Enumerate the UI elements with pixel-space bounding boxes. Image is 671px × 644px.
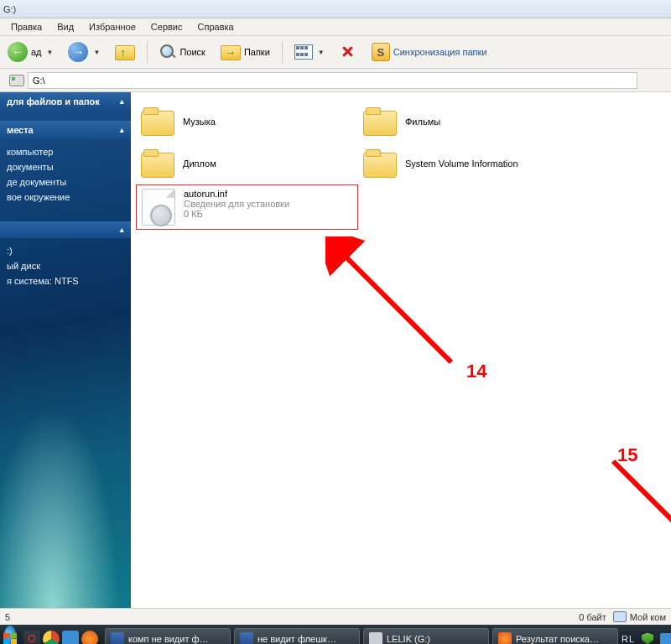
views-button[interactable]: ▼ bbox=[289, 41, 330, 63]
folder-name: Фильмы bbox=[405, 117, 440, 127]
window-title: G:) bbox=[3, 4, 16, 14]
delete-icon bbox=[340, 44, 356, 60]
word-icon bbox=[111, 632, 124, 645]
folder-name: Диплом bbox=[183, 158, 216, 169]
word-icon bbox=[240, 632, 253, 645]
sidebar-link-shared[interactable]: де документы bbox=[7, 174, 126, 190]
search-button[interactable]: Поиск bbox=[153, 40, 211, 64]
folders-icon bbox=[221, 44, 241, 60]
firefox-icon bbox=[498, 632, 512, 645]
separator bbox=[147, 41, 148, 63]
taskbar-button[interactable]: не видит флешк… bbox=[234, 628, 360, 645]
title-bar: G:) bbox=[0, 0, 671, 18]
folder-item[interactable]: Диплом bbox=[136, 143, 358, 184]
file-meta: autorun.inf Сведения для установки 0 КБ bbox=[184, 189, 289, 226]
sync-icon: S bbox=[372, 43, 390, 61]
status-objects: 5 bbox=[5, 612, 10, 622]
inf-file-icon bbox=[142, 189, 175, 226]
menu-favorites[interactable]: Избранное bbox=[81, 19, 143, 34]
taskbar-label: Результат поиска… bbox=[516, 634, 599, 644]
system-tray: RL bbox=[622, 633, 671, 645]
file-desc: Сведения для установки bbox=[184, 199, 289, 209]
tray-shield-icon[interactable] bbox=[642, 633, 653, 645]
toolbar: ← ад ▼ → ▼ Поиск Папки ▼ S Синхронизация… bbox=[0, 36, 671, 69]
folder-icon bbox=[363, 107, 397, 136]
sync-label: Синхронизация папки bbox=[393, 47, 487, 57]
places-title: места bbox=[7, 125, 34, 135]
file-view[interactable]: Музыка Фильмы Диплом System Volume Infor… bbox=[131, 92, 671, 608]
ql-show-desktop-icon[interactable] bbox=[62, 631, 79, 645]
folder-icon bbox=[363, 149, 397, 178]
chevron-down-icon: ▼ bbox=[47, 49, 54, 56]
annotation-label-14: 14 bbox=[466, 361, 486, 382]
annotation-arrow-14 bbox=[325, 236, 460, 371]
details-body: :) ый диск я система: NTFS bbox=[0, 238, 131, 297]
detail-drive: :) bbox=[7, 243, 126, 258]
quick-launch: O bbox=[23, 631, 98, 645]
views-icon bbox=[294, 44, 313, 60]
folder-name: Музыка bbox=[183, 117, 216, 127]
menu-view[interactable]: Вид bbox=[49, 19, 81, 34]
chevron-up-icon: ▴ bbox=[120, 126, 124, 134]
forward-button[interactable]: → ▼ bbox=[62, 39, 106, 65]
menu-edit[interactable]: Правка bbox=[3, 19, 49, 34]
taskbar-label: LELIK (G:) bbox=[387, 634, 430, 644]
forward-arrow-icon: → bbox=[68, 42, 88, 62]
details-header[interactable]: ▴ bbox=[0, 221, 131, 238]
detail-type: ый диск bbox=[7, 258, 126, 273]
ql-opera-icon[interactable]: O bbox=[23, 631, 40, 645]
chevron-up-icon: ▴ bbox=[120, 226, 124, 234]
language-indicator[interactable]: RL bbox=[622, 634, 635, 644]
chevron-down-icon: ▼ bbox=[93, 49, 100, 56]
ql-firefox-icon[interactable] bbox=[81, 631, 98, 645]
svg-line-0 bbox=[341, 252, 451, 362]
computer-icon bbox=[613, 611, 627, 622]
folder-item[interactable]: Музыка bbox=[136, 101, 358, 143]
drive-icon bbox=[369, 632, 382, 645]
search-label: Поиск bbox=[179, 47, 205, 57]
address-input[interactable] bbox=[28, 72, 637, 89]
start-button[interactable] bbox=[3, 626, 17, 645]
back-arrow-icon: ← bbox=[8, 42, 28, 62]
taskbar-label: комп не видит ф… bbox=[128, 634, 209, 644]
tasks-header[interactable]: для файлов и папок ▴ bbox=[0, 92, 131, 111]
sidebar-link-computer[interactable]: компьютер bbox=[7, 144, 126, 159]
chevron-up-icon: ▴ bbox=[120, 97, 124, 106]
annotation-label-15: 15 bbox=[617, 444, 637, 466]
taskbar-button[interactable]: LELIK (G:) bbox=[363, 628, 489, 645]
tasks-title: для файлов и папок bbox=[7, 96, 100, 106]
tray-network-icon[interactable] bbox=[660, 633, 671, 645]
folder-icon bbox=[141, 149, 174, 178]
address-bar bbox=[0, 69, 671, 92]
ql-chrome-icon[interactable] bbox=[43, 631, 60, 645]
status-bar: 5 0 байт Мой ком bbox=[0, 608, 671, 625]
taskbar-label: не видит флешк… bbox=[257, 634, 336, 644]
chevron-down-icon: ▼ bbox=[318, 49, 325, 56]
sidebar: для файлов и папок ▴ места ▴ компьютер д… bbox=[0, 92, 131, 608]
sync-button[interactable]: S Синхронизация папки bbox=[366, 39, 493, 65]
places-body: компьютер документы де документы вое окр… bbox=[0, 139, 131, 213]
sidebar-link-network[interactable]: вое окружение bbox=[7, 190, 126, 205]
detail-fs: я система: NTFS bbox=[7, 273, 126, 288]
sidebar-link-documents[interactable]: документы bbox=[7, 159, 126, 174]
taskbar-button[interactable]: комп не видит ф… bbox=[105, 628, 231, 645]
folder-up-icon bbox=[115, 44, 135, 60]
places-header[interactable]: места ▴ bbox=[0, 121, 131, 139]
menu-help[interactable]: Справка bbox=[190, 19, 242, 34]
menu-bar: Правка Вид Избранное Сервис Справка bbox=[0, 18, 671, 36]
taskbar-button[interactable]: Результат поиска… bbox=[492, 628, 618, 645]
drive-icon bbox=[9, 75, 24, 86]
menu-tools[interactable]: Сервис bbox=[143, 19, 190, 34]
svg-line-1 bbox=[613, 461, 671, 621]
folders-button[interactable]: Папки bbox=[215, 40, 276, 64]
folder-icon bbox=[141, 107, 174, 136]
file-item-highlighted[interactable]: autorun.inf Сведения для установки 0 КБ bbox=[136, 184, 358, 230]
back-button[interactable]: ← ад ▼ bbox=[2, 39, 59, 65]
delete-button[interactable] bbox=[334, 40, 362, 64]
file-size: 0 КБ bbox=[184, 209, 289, 219]
up-button[interactable] bbox=[109, 40, 141, 64]
file-name: autorun.inf bbox=[184, 189, 289, 199]
folder-item[interactable]: Фильмы bbox=[358, 101, 580, 143]
status-location: Мой ком bbox=[630, 612, 666, 622]
folder-item[interactable]: System Volume Information bbox=[358, 143, 580, 184]
